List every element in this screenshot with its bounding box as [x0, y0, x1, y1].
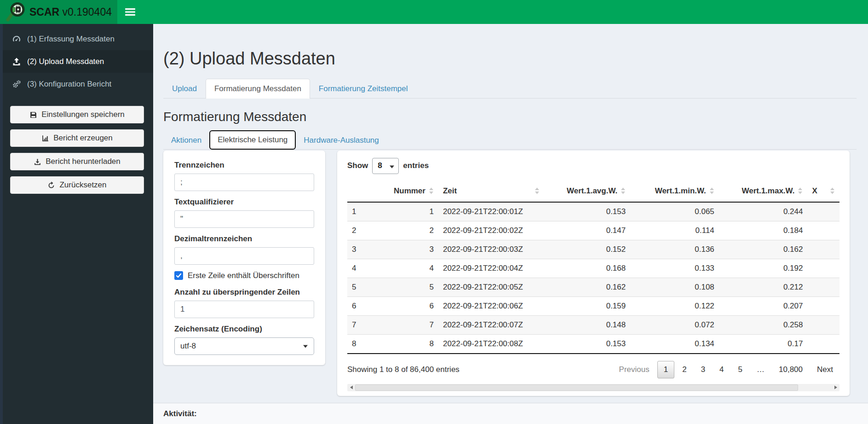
- sidebar-item-1-erfassung-messdaten[interactable]: (1) Erfassung Messdaten: [0, 28, 153, 50]
- table-cell: 1: [347, 202, 402, 221]
- section-heading: Formatierung Messdaten: [163, 110, 857, 124]
- einstellungen-speichern-button[interactable]: Einstellungen speichern: [10, 106, 144, 123]
- zur-cksetzen-button[interactable]: Zurücksetzen: [10, 176, 144, 194]
- pagination-previous[interactable]: Previous: [613, 361, 656, 378]
- activity-label: Aktivität:: [163, 409, 197, 418]
- navbar: [117, 0, 868, 24]
- main-tabbar: UploadFormatierung MessdatenFormatierung…: [163, 79, 857, 99]
- table-cell: 0.148: [544, 315, 630, 334]
- table-cell: 0.184: [719, 221, 808, 240]
- pagination-page-1[interactable]: 1: [657, 361, 674, 378]
- measurement-data-table: NummerZeitWert.1.avg.W.Wert.1.min.W.Wert…: [347, 180, 839, 354]
- tab-formatierung-messdaten[interactable]: Formatierung Messdaten: [206, 79, 310, 99]
- reset-icon: [47, 181, 55, 189]
- check-icon: [176, 273, 182, 279]
- dezimaltrennzeichen-group: Dezimaltrennzeichen: [174, 234, 314, 265]
- chart-icon: [41, 134, 49, 142]
- tab-formatierung-zeitstempel[interactable]: Formatierung Zeitstempel: [310, 79, 417, 99]
- skip-rows-input[interactable]: [174, 301, 314, 318]
- table-cell: 2022-09-21T22:00:01Z: [438, 202, 544, 221]
- button-label: Bericht erzeugen: [53, 134, 113, 143]
- sort-icon: [709, 187, 714, 194]
- column-header-zeit[interactable]: Zeit: [438, 180, 544, 202]
- show-label: Show: [347, 161, 368, 170]
- checkbox-checked[interactable]: [174, 271, 183, 280]
- dezimaltrennzeichen-input[interactable]: [174, 247, 314, 265]
- subtab-hardware-auslastung[interactable]: Hardware-Auslastung: [296, 131, 386, 150]
- app-logo[interactable]: SCAR v0.190404: [0, 0, 117, 24]
- table-row: 442022-09-21T22:00:04Z0.1680.1330.192: [347, 259, 839, 278]
- column-header-x[interactable]: X: [807, 180, 839, 202]
- table-cell: 0.244: [719, 202, 808, 221]
- sidebar-toggle-button[interactable]: [117, 0, 143, 24]
- bericht-erzeugen-button[interactable]: Bericht erzeugen: [10, 129, 144, 147]
- table-cell: 2022-09-21T22:00:08Z: [438, 334, 544, 354]
- column-header-wert-1-avg-w[interactable]: Wert.1.avg.W.: [544, 180, 630, 202]
- scroll-left-arrow[interactable]: [347, 384, 355, 391]
- tab-content: Trennzeichen Textqualifizierer Dezimaltr…: [163, 151, 857, 396]
- table-cell: 2022-09-21T22:00:05Z: [438, 278, 544, 296]
- table-cell: 2: [402, 221, 438, 240]
- table-cell: 0.153: [544, 202, 630, 221]
- data-table-panel: Show 8 entries NummerZeitWert.1.avg.W.We…: [337, 151, 850, 396]
- pagination-next[interactable]: Next: [811, 361, 839, 378]
- brand-version: v0.190404: [63, 6, 112, 18]
- tab-upload[interactable]: Upload: [163, 79, 206, 99]
- button-label: Einstellungen speichern: [41, 110, 125, 119]
- column-header-wert-1-max-w[interactable]: Wert.1.max.W.: [719, 180, 808, 202]
- table-cell: 2022-09-21T22:00:03Z: [438, 240, 544, 259]
- pagination-page-5[interactable]: 5: [732, 361, 749, 378]
- format-settings-panel: Trennzeichen Textqualifizierer Dezimaltr…: [163, 151, 325, 365]
- table-cell: 0.159: [544, 296, 630, 315]
- table-cell: 0.122: [630, 296, 719, 315]
- textqualifizierer-group: Textqualifizierer: [174, 197, 314, 228]
- table-cell: 7: [402, 315, 438, 334]
- table-row: 112022-09-21T22:00:01Z0.1530.0650.244: [347, 202, 839, 221]
- skip-rows-label: Anzahl zu überspringender Zeilen: [174, 288, 314, 297]
- subtab-elektrische-leistung[interactable]: Elektrische Leistung: [209, 130, 296, 150]
- sort-icon: [798, 187, 803, 194]
- column-label: Nummer: [394, 186, 425, 196]
- pagination-page-3[interactable]: 3: [695, 361, 712, 378]
- page-size-select[interactable]: 8: [372, 158, 399, 174]
- encoding-select[interactable]: utf-8: [174, 337, 314, 355]
- table-horizontal-scrollbar[interactable]: [347, 384, 839, 391]
- textqualifizierer-input[interactable]: [174, 210, 314, 228]
- sidebar-buttons: Einstellungen speichern Bericht erzeugen…: [0, 95, 153, 194]
- pagination-page-4[interactable]: 4: [713, 361, 730, 378]
- trennzeichen-input[interactable]: [174, 174, 314, 191]
- sort-icon: [429, 187, 434, 194]
- subtab-aktionen[interactable]: Aktionen: [163, 131, 209, 150]
- column-header-nummer[interactable]: Nummer: [402, 180, 438, 202]
- scroll-right-arrow[interactable]: [832, 384, 839, 391]
- first-row-headers-checkbox-row[interactable]: Erste Zeile enthält Überschriften: [174, 271, 314, 280]
- pagination-page-10-800[interactable]: 10,800: [772, 361, 809, 378]
- bericht-herunterladen-button[interactable]: Bericht herunterladen: [10, 153, 144, 170]
- topbar: SCAR v0.190404: [0, 0, 868, 24]
- table-cell: [807, 202, 839, 221]
- button-label: Bericht herunterladen: [46, 157, 121, 166]
- sidebar-item-2-upload-messdaten[interactable]: (2) Upload Messdaten: [0, 50, 153, 73]
- pagination-page-2[interactable]: 2: [676, 361, 693, 378]
- scrollbar-thumb[interactable]: [355, 384, 798, 391]
- table-body: 112022-09-21T22:00:01Z0.1530.0650.244222…: [347, 202, 839, 354]
- encoding-label: Zeichensatz (Encoding): [174, 325, 314, 334]
- table-cell: 0.133: [630, 259, 719, 278]
- table-cell: [807, 334, 839, 354]
- scrollbar-track[interactable]: [355, 384, 832, 391]
- column-header-wert-1-min-w[interactable]: Wert.1.min.W.: [630, 180, 719, 202]
- pagination-ellipsis[interactable]: …: [750, 361, 771, 378]
- entries-label: entries: [403, 161, 429, 170]
- column-label: X: [812, 186, 817, 196]
- table-row: 772022-09-21T22:00:07Z0.1480.0720.258: [347, 315, 839, 334]
- table-info: Showing 1 to 8 of 86,400 entries: [347, 365, 460, 374]
- dashboard-icon: [12, 35, 21, 44]
- table-cell: 4: [347, 259, 402, 278]
- table-cell: 0.168: [544, 259, 630, 278]
- sidebar-item-label: (1) Erfassung Messdaten: [27, 35, 115, 44]
- sidebar-item-3-konfiguration-bericht[interactable]: (3) Konfiguration Bericht: [0, 73, 153, 95]
- sort-icon: [535, 187, 540, 194]
- table-row: 332022-09-21T22:00:03Z0.1520.1360.162: [347, 240, 839, 259]
- table-cell: 0.212: [719, 278, 808, 296]
- brand-name: SCAR: [29, 6, 59, 18]
